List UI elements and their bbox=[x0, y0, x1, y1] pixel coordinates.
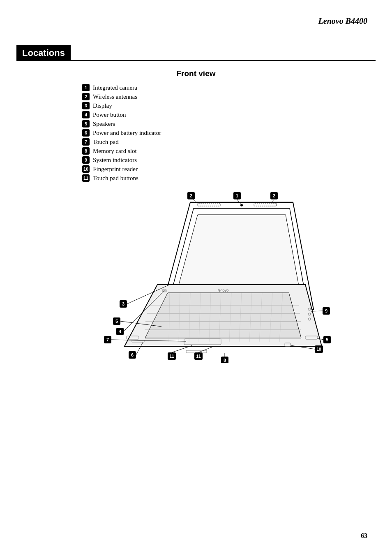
list-item: 7Touch pad bbox=[82, 138, 376, 146]
list-item: 3Display bbox=[82, 102, 376, 109]
badge-6: 6 bbox=[82, 129, 90, 137]
svg-text:8: 8 bbox=[224, 358, 226, 363]
badge-8: 8 bbox=[82, 147, 90, 155]
badge-3: 3 bbox=[82, 102, 90, 109]
svg-text:10: 10 bbox=[316, 347, 321, 352]
badge-2: 2 bbox=[82, 93, 90, 100]
list-item: 9System indicators bbox=[82, 156, 376, 164]
page-number: 63 bbox=[361, 532, 367, 540]
svg-line-60 bbox=[311, 311, 323, 311]
svg-line-75 bbox=[198, 347, 213, 352]
svg-text:11: 11 bbox=[169, 354, 174, 359]
svg-text:5: 5 bbox=[326, 337, 328, 342]
svg-rect-5 bbox=[198, 203, 220, 206]
svg-text:2: 2 bbox=[190, 193, 192, 198]
items-list: 1Integrated camera 2Wireless antennas 3D… bbox=[82, 84, 376, 182]
badge-7: 7 bbox=[82, 138, 90, 146]
svg-text:3: 3 bbox=[122, 301, 125, 306]
badge-9: 9 bbox=[82, 156, 90, 164]
svg-text:1: 1 bbox=[236, 193, 238, 198]
laptop-illustration: lenovo bbox=[104, 190, 334, 363]
page-title: Lenovo B4400 bbox=[318, 16, 367, 26]
badge-11: 11 bbox=[82, 174, 90, 182]
list-item: 8Memory card slot bbox=[82, 147, 376, 155]
section-heading: Locations bbox=[16, 45, 71, 61]
svg-marker-8 bbox=[145, 293, 301, 338]
svg-rect-6 bbox=[254, 203, 277, 206]
badge-4: 4 bbox=[82, 111, 90, 118]
list-item: 11Touch pad buttons bbox=[82, 174, 376, 182]
svg-text:lenovo: lenovo bbox=[218, 288, 229, 292]
svg-text:6: 6 bbox=[131, 352, 134, 357]
badge-10: 10 bbox=[82, 165, 90, 173]
locations-section: Locations Front view 1Integrated camera … bbox=[16, 45, 376, 367]
svg-text:4: 4 bbox=[119, 329, 122, 334]
svg-text:11: 11 bbox=[196, 354, 201, 359]
list-item: 4Power button bbox=[82, 111, 376, 118]
list-item: 10Fingerprint reader bbox=[82, 165, 376, 173]
badge-1: 1 bbox=[82, 84, 90, 91]
svg-text:5: 5 bbox=[115, 319, 118, 324]
svg-text:7: 7 bbox=[106, 337, 109, 342]
list-item: 1Integrated camera bbox=[82, 84, 376, 91]
subsection-heading: Front view bbox=[16, 69, 376, 78]
list-item: 2Wireless antennas bbox=[82, 93, 376, 100]
list-item: 5Speakers bbox=[82, 120, 376, 127]
svg-text:9: 9 bbox=[325, 308, 327, 313]
badge-5: 5 bbox=[82, 120, 90, 127]
laptop-diagram: lenovo bbox=[16, 190, 376, 367]
svg-text:2: 2 bbox=[273, 193, 275, 198]
list-item: 6Power and battery indicator bbox=[82, 129, 376, 137]
